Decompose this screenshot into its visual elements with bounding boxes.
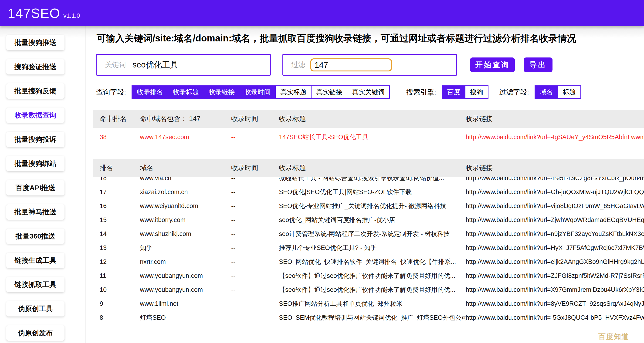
result-table-cell-title: SEO_SEM优化教程培训与网站关键词优化_推广_灯塔SEO外包公司 [279, 314, 466, 321]
query-field-option[interactable]: 收录链接 [204, 86, 239, 98]
sidebar-item[interactable]: 链接抓取工具 [6, 277, 64, 292]
query-fields-label: 查询字段: [96, 87, 126, 97]
hit-table-cell-rank: 38 [93, 134, 140, 141]
result-table-row: 13知乎--推荐几个专业SEO优化工具? - 知乎http://www.baid… [93, 241, 644, 255]
sidebar-item[interactable]: 批量搜狗绑站 [6, 156, 64, 171]
result-table-row: 11www.youbangyun.com--【seo软件】通过seo优化推广软件… [93, 269, 644, 283]
result-table-cell-title: 推荐几个专业SEO优化工具? - 知乎 [279, 244, 466, 252]
hit-table-header-cell: 命中排名 [93, 114, 140, 124]
result-table-cell-rank: 8 [93, 314, 140, 321]
result-table-cell-time: -- [231, 216, 279, 224]
result-table-cell-link[interactable]: http://www.baidu.com/link?url=n9jzYBF32a… [466, 230, 644, 238]
result-table-row: 10www.youbangyun.com--【seo软件】通过seo优化推广软件… [93, 283, 644, 297]
result-table-cell-link[interactable]: http://www.baidu.com/link?url=-5GxJ8QUC4… [466, 314, 644, 321]
app-logo: 147SEO [8, 5, 60, 21]
keyword-input-label: 关键词 [105, 60, 126, 70]
filter-fields-group: 域名标题 [534, 85, 581, 99]
result-table: 排名域名收录时间收录标题收录链接 18www.via.cn--微啦站长工具 - … [93, 159, 644, 321]
result-table-cell-time: -- [231, 202, 279, 210]
result-table-cell-rank: 11 [93, 272, 140, 280]
search-engine-option[interactable]: 搜狗 [465, 86, 488, 98]
sidebar-item[interactable]: 批量搜狗反馈 [6, 83, 64, 99]
page-title: 可输入关键词/site:域名/domain:域名，批量抓取百度搜狗收录链接，可通… [96, 32, 644, 44]
result-table-cell-domain: www.itborry.com [140, 216, 231, 224]
toggles-row: 查询字段: 收录排名收录标题收录链接收录时间真实标题真实链接真实关键词 搜索引擎… [96, 85, 644, 99]
result-table-cell-link[interactable]: http://www.baidu.com/link?url=8yVE9RCZT_… [466, 300, 644, 307]
result-table-cell-domain: www.1limi.net [140, 300, 231, 307]
query-field-option[interactable]: 收录排名 [132, 86, 168, 98]
result-table-cell-time: -- [231, 272, 279, 280]
result-table-cell-rank: 16 [93, 202, 140, 210]
query-field-option[interactable]: 收录时间 [239, 86, 275, 98]
result-table-cell-domain: www.via.cn [140, 177, 231, 182]
result-table-cell-domain: www.youbangyun.com [140, 286, 231, 294]
result-table-cell-link[interactable]: http://www.baidu.com/link?url=Gh-juQOxMt… [466, 188, 644, 196]
sidebar-item[interactable]: 百度API推送 [6, 180, 64, 195]
query-field-option[interactable]: 真实关键词 [347, 86, 389, 98]
app-version: v1.1.0 [63, 12, 80, 19]
sidebar-item[interactable]: 收录数据查询 [6, 107, 64, 123]
query-field-option[interactable]: 真实链接 [311, 86, 347, 98]
result-table-row: 16www.weiyuanltd.com--SEO优化-专业网站推广_关键词排名… [93, 199, 644, 213]
result-table-row: 12nxrtr.com--SEO_网站优化_快速排名软件_关键词排名_快速优化【… [93, 255, 644, 269]
hit-table-cell-link[interactable]: http://www.baidu.com/link?url=-IgSAUeY_y… [466, 134, 644, 141]
result-table-header-cell: 排名 [93, 163, 140, 173]
result-table-row: 8灯塔SEO--SEO_SEM优化教程培训与网站关键词优化_推广_灯塔SEO外包… [93, 311, 644, 321]
result-table-cell-link[interactable]: http://www.baidu.com/link?url=ZJFGI8zpnf… [466, 272, 644, 280]
result-table-cell-rank: 10 [93, 286, 140, 294]
result-table-header-cell: 收录链接 [466, 163, 644, 173]
result-table-cell-domain: nxrtr.com [140, 258, 231, 266]
result-table-body[interactable]: 18www.via.cn--微啦站长工具 - 网站综合查询,搜索引擎收录查询,网… [93, 177, 644, 321]
result-table-header-cell: 收录时间 [231, 163, 279, 173]
sidebar-list: 批量搜狗推送搜狗验证推送批量搜狗反馈收录数据查询批量搜狗投诉批量搜狗绑站百度AP… [0, 35, 85, 341]
query-fields-group: 收录排名收录标题收录链接收录时间真实标题真实链接真实关键词 [132, 85, 390, 99]
result-table-cell-rank: 9 [93, 300, 140, 307]
result-table-header-cell: 域名 [140, 163, 231, 173]
result-table-cell-link[interactable]: http://www.baidu.com/link?url=X97GmmJrem… [466, 286, 644, 294]
sidebar-item[interactable]: 批量搜狗推送 [6, 35, 64, 50]
hit-table: 命中排名命中域名包含： 147收录时间收录标题收录链接 38www.147seo… [93, 110, 644, 148]
result-table-cell-rank: 14 [93, 230, 140, 238]
sidebar-item[interactable]: 批量神马推送 [6, 204, 64, 220]
start-query-button[interactable]: 开始查询 [470, 57, 515, 72]
sidebar: 批量搜狗推送搜狗验证推送批量搜狗反馈收录数据查询批量搜狗投诉批量搜狗绑站百度AP… [0, 26, 86, 343]
sidebar-item[interactable]: 伪原创工具 [6, 301, 64, 317]
search-engine-option[interactable]: 百度 [442, 86, 465, 98]
result-table-cell-title: SEO优化|SEO优化工具|网站SEO-ZOL软件下载 [279, 188, 466, 196]
result-table-cell-domain: 知乎 [140, 244, 231, 252]
result-table-cell-time: -- [231, 188, 279, 196]
result-table-cell-title: 【seo软件】通过seo优化推广软件功能来了解免费且好用的优... [279, 272, 466, 280]
sidebar-item[interactable]: 伪原创发布 [6, 325, 64, 341]
filter-field-option[interactable]: 域名 [535, 86, 558, 98]
sidebar-item[interactable]: 批量搜狗投诉 [6, 132, 64, 147]
result-table-cell-time: -- [231, 258, 279, 266]
result-table-cell-link[interactable]: http://www.baidu.com/link?url=4re5L43iCZ… [466, 177, 644, 182]
result-table-cell-rank: 13 [93, 244, 140, 252]
result-table-cell-link[interactable]: http://www.baidu.com/link?url=HyX_J7F5Af… [466, 244, 644, 252]
filter-field-option[interactable]: 标题 [558, 86, 580, 98]
search-engine-group: 百度搜狗 [442, 85, 488, 99]
result-table-row: 18www.via.cn--微啦站长工具 - 网站综合查询,搜索引擎收录查询,网… [93, 177, 644, 185]
search-engine-label: 搜索引擎: [406, 87, 436, 97]
hit-table-cell-time: -- [231, 134, 279, 141]
keyword-input-value[interactable]: seo优化工具 [132, 59, 178, 70]
layout: 批量搜狗推送搜狗验证推送批量搜狗反馈收录数据查询批量搜狗投诉批量搜狗绑站百度AP… [0, 26, 644, 343]
result-table-cell-link[interactable]: http://www.baidu.com/link?url=vijo8lJgIO… [466, 202, 644, 210]
sidebar-item[interactable]: 搜狗验证推送 [6, 59, 64, 74]
query-field-option[interactable]: 真实标题 [275, 86, 311, 98]
result-table-row: 9www.1limi.net--SEO推广网站分析工具和单页优化_郑州粒米htt… [93, 297, 644, 311]
filter-input[interactable]: 过滤 147 [282, 54, 457, 76]
filter-input-field[interactable]: 147 [310, 58, 392, 71]
keyword-input[interactable]: 关键词 seo优化工具 [96, 54, 271, 76]
result-table-cell-domain: 灯塔SEO [140, 314, 231, 321]
export-button[interactable]: 导出 [524, 57, 552, 72]
query-field-option[interactable]: 收录标题 [168, 86, 204, 98]
result-table-row: 14www.shuzhikj.com--seo计费管理系统-网站程序二次开发-系… [93, 227, 644, 241]
sidebar-item[interactable]: 链接生成工具 [6, 253, 64, 268]
result-table-cell-link[interactable]: http://www.baidu.com/link?url=ZjwhWqoWRd… [466, 216, 644, 224]
result-table-cell-title: seo优化_网站关键词百度排名推广-优小店 [279, 216, 466, 224]
sidebar-item[interactable]: 批量360推送 [6, 229, 64, 244]
result-table-cell-time: -- [231, 314, 279, 321]
result-table-row: 17xiazai.zol.com.cn--SEO优化|SEO优化工具|网站SEO… [93, 185, 644, 199]
result-table-cell-link[interactable]: http://www.baidu.com/link?url=eljk2AAngG… [466, 258, 644, 266]
